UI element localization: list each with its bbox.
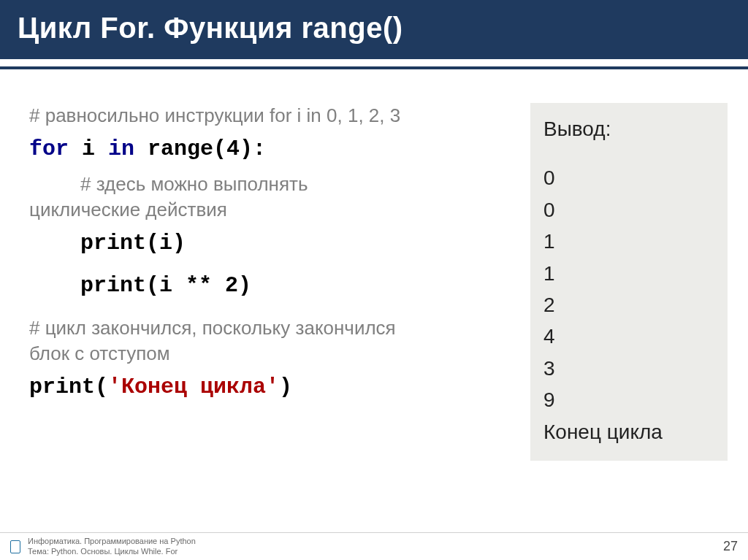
footer-line1: Информатика. Программирование на Python xyxy=(28,537,723,547)
output-line: 0 xyxy=(543,162,714,193)
keyword-for: for xyxy=(29,137,69,161)
code-print-i2: print(i ** 2) xyxy=(29,271,517,301)
output-line: 3 xyxy=(543,353,714,384)
output-panel: Вывод: 0 0 1 1 2 4 3 9 Конец цикла xyxy=(530,103,728,461)
comment-equiv: # равносильно инструкции for i in 0, 1, … xyxy=(29,103,517,129)
footer-logo-icon xyxy=(10,540,20,553)
slide-content: # равносильно инструкции for i in 0, 1, … xyxy=(0,69,748,461)
page-number: 27 xyxy=(723,539,738,554)
comment-body-line2: циклические действия xyxy=(29,197,517,223)
code-column: # равносильно инструкции for i in 0, 1, … xyxy=(29,103,517,461)
code-for-line: for i in range(4): xyxy=(29,134,517,164)
output-line: 9 xyxy=(543,384,714,415)
comment-end-line2: блок с отступом xyxy=(29,342,170,364)
slide-footer: Информатика. Программирование на Python … xyxy=(0,532,748,560)
output-line: 0 xyxy=(543,194,714,226)
keyword-in: in xyxy=(108,137,134,161)
string-literal: 'Конец цикла' xyxy=(108,375,279,399)
code-text: range(4): xyxy=(134,137,266,161)
code-text: ) xyxy=(279,375,292,399)
code-text: i xyxy=(69,137,108,161)
output-line: 2 xyxy=(543,289,714,321)
code-print-i: print(i) xyxy=(29,229,517,258)
slide-header: Цикл For. Функция range() xyxy=(0,0,748,59)
comment-end: # цикл закончился, поскольку закончился … xyxy=(29,315,517,367)
code-print-end: print('Конец цикла') xyxy=(29,372,517,402)
output-line: 1 xyxy=(543,226,714,257)
code-text: print( xyxy=(29,375,108,399)
comment-body: # здесь можно выполнять циклические дейс… xyxy=(29,172,517,223)
comment-body-line1: # здесь можно выполнять xyxy=(80,172,517,197)
slide-title: Цикл For. Функция range() xyxy=(18,12,730,45)
output-title: Вывод: xyxy=(543,113,714,145)
footer-text: Информатика. Программирование на Python … xyxy=(28,537,723,557)
footer-line2: Тема: Python. Основы. Циклы While. For xyxy=(28,547,723,557)
output-line: Конец цикла xyxy=(543,416,714,448)
comment-end-line1: # цикл закончился, поскольку закончился xyxy=(29,317,396,339)
output-line: 1 xyxy=(543,258,714,289)
output-line: 4 xyxy=(543,321,714,352)
